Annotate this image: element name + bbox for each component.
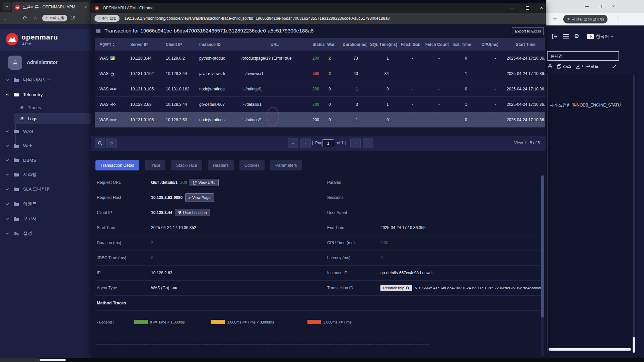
bookmark-star-icon[interactable]: ☆ <box>553 16 557 22</box>
chevron-down-icon <box>5 79 10 81</box>
col-ext-time[interactable]: Ext. Time <box>450 42 474 47</box>
tab-search-button[interactable] <box>3 2 11 10</box>
col-server-ip[interactable]: Server IP <box>127 42 162 47</box>
col-client-ip[interactable]: Client IP <box>162 42 196 47</box>
openmaru-favicon <box>94 6 99 11</box>
tab-transaction-detail[interactable]: Transaction Detail <box>95 160 139 170</box>
incognito-badge[interactable]: 시크릿 모드(창 3개) <box>563 15 607 23</box>
sidebar-item-dbms[interactable]: DBMS <box>0 154 91 166</box>
security-warning-badge[interactable]: ⚠ 주의 요함 <box>94 15 120 22</box>
folder-icon <box>13 129 19 134</box>
method-traces-header: Method Traces <box>95 295 543 311</box>
language-selector[interactable]: 한국어 <box>587 33 614 40</box>
taskbar-strip <box>0 358 644 362</box>
tab-close-icon[interactable]: × <box>84 5 87 10</box>
nodejs-icon: node <box>110 118 117 121</box>
pause-button-partial[interactable]: 춤 <box>548 64 552 69</box>
export-to-excel-button[interactable]: Export to Excel <box>512 27 544 35</box>
sidebar-item-logs[interactable]: Logs <box>14 113 91 124</box>
log-scrollbar-thumb[interactable] <box>633 337 635 353</box>
sort-icons[interactable]: ▲▼ <box>113 42 115 47</box>
popup-urlbar[interactable]: ⚠ 주의 요함 192.168.2.9/monitoring/console/v… <box>91 13 546 24</box>
sidebar-item-traces[interactable]: Traces <box>0 102 91 113</box>
tab-trace[interactable]: Trace <box>145 160 165 170</box>
chevron-down-icon <box>5 173 10 176</box>
refresh-button[interactable]: ⟳ <box>106 138 117 148</box>
log-horizontal-scrollbar[interactable] <box>549 348 631 351</box>
search-button[interactable] <box>95 138 105 148</box>
minimize-icon[interactable] <box>581 1 592 11</box>
back-icon[interactable]: ← <box>0 15 10 21</box>
detail-row: Agent Type WAS (Go)-GO Transaction ID Re… <box>95 281 543 296</box>
relationship-button[interactable]: Relationship <box>380 285 412 291</box>
logout-icon[interactable] <box>552 34 558 39</box>
col-url[interactable]: URL <box>238 42 311 47</box>
sidebar-item-events[interactable]: 이벤트 <box>0 198 91 210</box>
tab-cookies[interactable]: Cookies <box>239 160 265 170</box>
browser-tab[interactable]: 오픈마루 - OPENMARU APM × <box>12 2 90 12</box>
col-duration[interactable]: Duration(ms) <box>339 42 367 47</box>
detail-row: IP 10.128.2.63 Instance ID go-details-66… <box>95 266 543 281</box>
source-button[interactable]: 소스 <box>557 64 571 69</box>
tab-stacktrace[interactable]: StackTrace <box>171 160 202 170</box>
view-url-button[interactable]: View URL <box>190 179 219 186</box>
sidebar-item-system[interactable]: 시스템 <box>0 168 91 180</box>
popup-scrollbar-thumb[interactable] <box>541 175 544 317</box>
home-icon[interactable]: ⌂ <box>30 15 40 21</box>
col-war[interactable]: War <box>327 42 339 47</box>
col-fetch-count[interactable]: Fetch Count <box>424 42 450 47</box>
table-row[interactable]: WAS-GO 10.128.2.63 10.128.3.44 go-detail… <box>95 97 545 112</box>
realtime-input[interactable]: 실시간 <box>547 51 619 61</box>
view-page-button[interactable]: eView Page <box>185 193 214 202</box>
sidebar-item-was[interactable]: WAS <box>0 125 91 137</box>
popup-scrollbar-track[interactable] <box>541 175 544 356</box>
user-location-button[interactable]: User Location <box>175 209 210 216</box>
reload-icon[interactable]: ⟳ <box>20 15 30 21</box>
col-instance-id[interactable]: Instance ID <box>196 42 238 47</box>
col-fetch-gab[interactable]: Fetch Gab <box>398 42 424 47</box>
tab-headers[interactable]: Headers <box>208 160 234 170</box>
transaction-popup-window: OPENMARU APM - Chrome × ⚠ 주의 요함 192.168.… <box>91 3 546 358</box>
java-icon <box>110 71 114 76</box>
log-scrollbar-track[interactable] <box>633 75 635 352</box>
page-number-input[interactable] <box>322 139 334 147</box>
table-row[interactable]: WAS 10.128.3.44 10.129.0.2 python-produc… <box>95 51 545 66</box>
tab-parameters[interactable]: Parameters <box>270 160 302 170</box>
download-button[interactable]: 다운로드 <box>576 64 599 69</box>
maximize-icon[interactable] <box>522 3 533 13</box>
table-row[interactable]: WAS 10.131.0.162 10.128.3.44 java-review… <box>95 66 545 81</box>
sidebar-item-sla[interactable]: SLA 모니터링 <box>0 183 91 195</box>
transaction-table: Agent▲▼ Server IP Client IP Instance ID … <box>95 38 545 128</box>
last-page-button[interactable]: » <box>363 138 373 148</box>
popup-titlebar[interactable]: OPENMARU APM - Chrome × <box>91 3 546 13</box>
browser-menu-icon[interactable]: ⋮ <box>616 15 621 21</box>
transaction-detail-panel: Request URL GET /details/1200 View URL P… <box>95 175 543 296</box>
table-row-selected[interactable]: WASnode 10.131.0.105 10.128.2.63 nodejs-… <box>95 112 545 128</box>
sidebar-item-web[interactable]: Web <box>0 140 91 152</box>
go-icon: -GO <box>110 103 116 106</box>
sidebar-item-dashboard[interactable]: 나의 대시보드 <box>0 74 91 86</box>
gear-icon[interactable]: ⚙ <box>574 33 579 40</box>
sidebar-item-telemetry[interactable]: Telemetry <box>0 88 91 100</box>
col-start-time[interactable]: Start Time <box>506 42 545 47</box>
minimize-icon[interactable] <box>506 3 518 13</box>
tab-title: 오픈마루 - OPENMARU APM <box>23 4 83 10</box>
hamburger-menu-icon[interactable] <box>563 34 569 39</box>
col-status[interactable]: Status <box>311 42 327 47</box>
forward-icon[interactable]: → <box>10 15 20 21</box>
first-page-button[interactable]: « <box>288 138 298 148</box>
close-icon[interactable]: × <box>608 1 619 11</box>
sidebar-item-reports[interactable]: 보고서 <box>0 213 91 225</box>
col-sql-time[interactable]: SQL Time(ms) <box>367 42 398 47</box>
prev-page-button[interactable]: ‹ <box>300 138 311 148</box>
restore-icon[interactable] <box>594 1 606 11</box>
col-agent[interactable]: Agent▲▼ <box>95 42 127 47</box>
sidebar-item-settings[interactable]: ⚙⚙ 설정 <box>0 227 91 239</box>
col-cpu[interactable]: CPU(ms) <box>474 42 506 47</box>
python-icon <box>110 56 115 60</box>
expand-icon[interactable] <box>612 64 617 69</box>
security-warning-badge[interactable]: ⚠ 주의 요함 <box>42 15 67 21</box>
close-icon[interactable]: × <box>536 3 547 13</box>
next-page-button[interactable]: › <box>350 138 361 148</box>
table-row[interactable]: WASnode 10.131.0.105 10.131.0.162 nodejs… <box>95 81 545 97</box>
